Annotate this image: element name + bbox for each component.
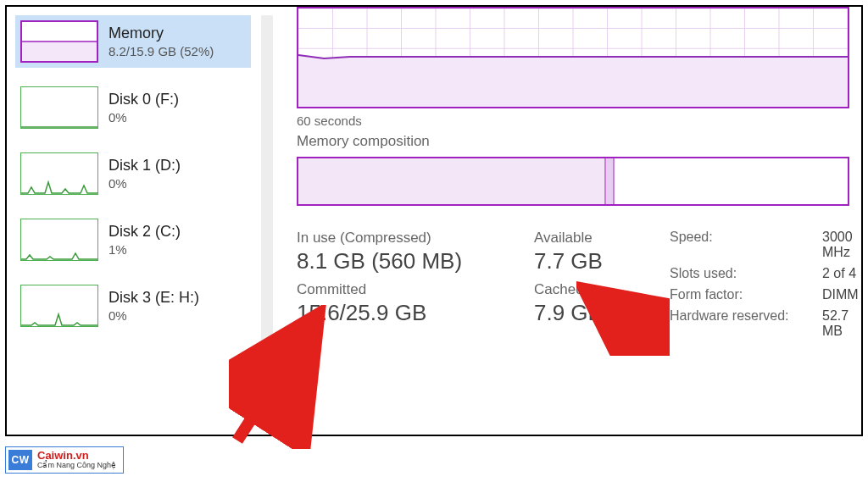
inuse-label: In use (Compressed) [297,230,526,247]
spec-hw-label: Hardware reserved: [670,308,822,340]
memory-composition-bar [297,157,849,206]
sidebar-item-disk3[interactable]: Disk 3 (E: H:) 0% [15,280,251,332]
disk-thumbnail-graph [20,285,98,327]
sidebar-item-title: Memory [108,25,214,42]
memory-usage-graph [297,7,849,108]
disk-thumbnail-graph [20,219,98,261]
sidebar-scrollbar[interactable] [261,15,273,426]
resource-sidebar: Memory 8.2/15.9 GB (52%) Disk 0 (F:) 0% [7,7,261,435]
spec-hw-value: 52.7 MB [822,308,859,340]
spec-form-value: DIMM [822,287,859,303]
spec-form-label: Form factor: [670,287,822,303]
memory-stats-grid: In use (Compressed) 8.1 GB (560 MB) Avai… [297,230,849,340]
sidebar-item-disk0[interactable]: Disk 0 (F:) 0% [15,81,251,134]
memory-thumbnail-graph [20,20,98,63]
svg-rect-0 [22,42,97,61]
sidebar-item-disk2[interactable]: Disk 2 (C:) 1% [15,213,251,266]
disk-thumbnail-graph [20,86,98,129]
composition-free-segment [615,158,848,204]
committed-label: Committed [297,281,526,298]
sidebar-item-sub: 0% [108,308,199,323]
disk-thumbnail-graph [20,152,98,195]
watermark-badge: CW Caiwin.vn Cẩm Nang Công Nghệ [5,446,124,474]
sidebar-item-sub: 8.2/15.9 GB (52%) [108,44,214,58]
memory-specs-table: Speed: 3000 MHz Slots used: 2 of 4 Form … [670,230,859,340]
cached-label: Cached [534,281,661,298]
composition-used-segment [298,158,606,204]
committed-value: 15.6/25.9 GB [297,300,526,326]
sidebar-item-sub: 0% [108,176,181,191]
spec-slots-label: Slots used: [670,266,822,282]
watermark-logo-icon: CW [8,450,32,470]
graph-time-axis-label: 60 seconds [297,114,849,128]
sidebar-item-title: Disk 3 (E: H:) [108,289,199,307]
task-manager-performance-panel: Memory 8.2/15.9 GB (52%) Disk 0 (F:) 0% [5,5,863,436]
cached-value: 7.9 GB [534,300,661,326]
memory-composition-label: Memory composition [297,133,849,150]
composition-modified-segment [606,158,615,204]
spec-slots-value: 2 of 4 [822,266,859,282]
watermark-title: Caiwin.vn [37,450,116,462]
memory-detail-panel: 60 seconds Memory composition In use (Co… [273,7,861,435]
sidebar-item-memory[interactable]: Memory 8.2/15.9 GB (52%) [15,15,251,68]
available-label: Available [534,230,661,247]
inuse-value: 8.1 GB (560 MB) [297,248,526,274]
sidebar-item-title: Disk 0 (F:) [108,91,179,108]
spec-speed-label: Speed: [670,230,822,261]
sidebar-item-disk1[interactable]: Disk 1 (D:) 0% [15,147,251,200]
sidebar-item-sub: 0% [108,110,179,125]
sidebar-item-title: Disk 2 (C:) [108,223,181,241]
watermark-subtitle: Cẩm Nang Công Nghệ [37,462,116,470]
spec-speed-value: 3000 MHz [822,230,859,261]
sidebar-item-sub: 1% [108,242,181,257]
available-value: 7.7 GB [534,248,661,274]
sidebar-item-title: Disk 1 (D:) [108,157,181,175]
